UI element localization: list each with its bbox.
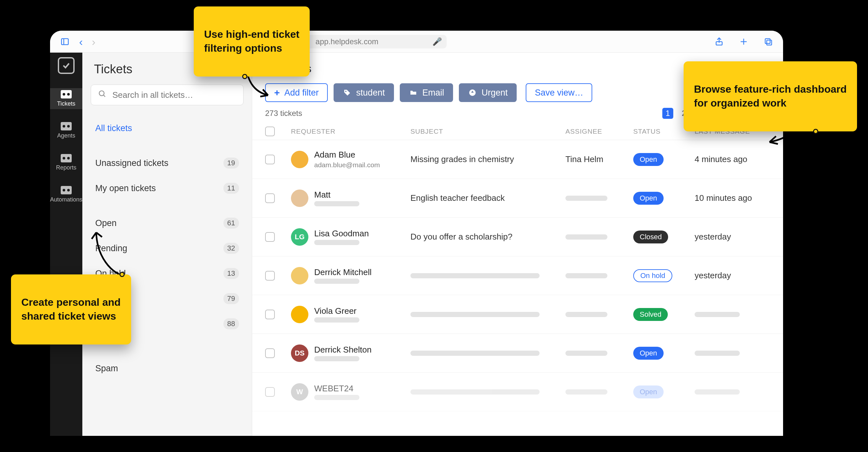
new-tab-icon[interactable] — [739, 36, 749, 47]
share-icon[interactable] — [714, 36, 724, 47]
browser-actions — [714, 36, 773, 47]
nav-forward-icon[interactable]: › — [92, 36, 95, 47]
subject-cell: Missing grades in chemistry — [410, 154, 562, 164]
app-logo-icon[interactable] — [58, 57, 74, 74]
requester-name: WEBET24 — [314, 384, 360, 393]
requester-cell: WWEBET24 — [291, 383, 407, 401]
table-row[interactable]: LGLisa GoodmanDo you offer a scholarship… — [252, 218, 783, 256]
status-badge: Solved — [633, 308, 668, 321]
last-message-cell — [694, 389, 766, 394]
placeholder-line — [314, 240, 360, 245]
nav-label: Tickets — [57, 100, 75, 107]
assignee-cell — [565, 273, 630, 278]
table-row[interactable]: MattEnglish teacher feedbackOpen10 minut… — [252, 179, 783, 218]
placeholder-line — [314, 395, 360, 400]
tabs-overview-icon[interactable] — [763, 36, 773, 47]
avatar — [291, 306, 308, 323]
callout-pin-icon — [242, 74, 247, 79]
chip-label: student — [356, 88, 385, 98]
sidebar-item-count: 61 — [223, 218, 239, 229]
mic-icon[interactable]: 🎤 — [432, 37, 442, 46]
ticket-count: 273 tickets — [265, 109, 302, 118]
sidebar-item-count: 19 — [223, 158, 239, 168]
placeholder-line — [694, 389, 740, 394]
save-view-button[interactable]: Save view… — [526, 83, 592, 102]
subject-cell — [410, 351, 562, 356]
nav-automations[interactable]: Automations — [50, 184, 82, 205]
requester-cell: Matt — [291, 190, 407, 207]
table-row[interactable]: Viola GreerSolved — [252, 295, 783, 334]
sidebar-item-my-open[interactable]: My open tickets 11 — [91, 175, 244, 201]
automations-icon — [61, 186, 72, 194]
search-box[interactable] — [91, 85, 244, 105]
callout-text: Use high-end ticket filtering options — [204, 28, 299, 54]
nav-back-icon[interactable]: ‹ — [79, 36, 83, 47]
sidebar-item-label: Spam — [95, 363, 118, 374]
table-row[interactable]: DSDerrick SheltonOpen — [252, 334, 783, 373]
subject-cell: Do you offer a scholarship? — [410, 232, 562, 242]
filter-chip-email[interactable]: Email — [400, 83, 454, 102]
requester-name: Matt — [314, 190, 360, 200]
row-checkbox[interactable] — [265, 348, 275, 358]
status-cell: Open — [633, 386, 691, 398]
filter-chip-student[interactable]: student — [334, 83, 394, 102]
status-badge: Open — [633, 386, 663, 398]
last-message-cell — [694, 312, 766, 317]
last-message-cell — [694, 351, 766, 356]
col-subject: SUBJECT — [410, 128, 562, 135]
row-checkbox[interactable] — [265, 271, 275, 281]
page-1[interactable]: 1 — [662, 108, 673, 119]
svg-point-7 — [99, 91, 104, 96]
status-cell: Solved — [633, 308, 691, 321]
placeholder-line — [314, 201, 360, 206]
select-all-checkbox[interactable] — [265, 127, 275, 136]
placeholder-line — [410, 351, 539, 356]
requester-name: Derrick Shelton — [314, 345, 372, 355]
placeholder-line — [314, 356, 360, 361]
svg-point-9 — [345, 91, 346, 92]
sidebar-item-spam[interactable]: Spam — [91, 356, 244, 381]
sidebar-item-count: 13 — [223, 268, 239, 279]
nav-reports[interactable]: Reports — [50, 152, 82, 173]
status-cell: Open — [633, 347, 691, 360]
row-checkbox[interactable] — [265, 155, 275, 164]
subject-cell — [410, 273, 562, 278]
last-message-cell: yesterday — [694, 232, 766, 242]
callout-views: Create personal and shared ticket views — [11, 275, 131, 345]
placeholder-line — [410, 389, 539, 394]
status-cell: On hold — [633, 269, 691, 282]
sidebar-toggle-icon[interactable] — [60, 36, 70, 47]
agents-icon — [61, 122, 72, 130]
status-badge: Closed — [633, 230, 668, 244]
subject-cell — [410, 312, 562, 317]
sidebar-item-count: 11 — [223, 183, 239, 194]
placeholder-line — [694, 312, 740, 317]
requester-cell: Adam Blueadam.blue@mail.com — [291, 150, 407, 169]
row-checkbox[interactable] — [265, 193, 275, 203]
svg-rect-0 — [62, 38, 68, 44]
svg-rect-6 — [767, 40, 771, 45]
arrow-icon — [90, 226, 135, 282]
table-body: Adam Blueadam.blue@mail.comMissing grade… — [252, 140, 783, 411]
filter-chip-urgent[interactable]: Urgent — [459, 83, 517, 102]
browser-window: ‹ › 🔒 app.helpdesk.com 🎤 — [50, 31, 783, 436]
nav-label: Agents — [57, 132, 75, 139]
nav-agents[interactable]: Agents — [50, 120, 82, 141]
nav-tickets[interactable]: Tickets — [50, 88, 82, 109]
sidebar-item-label: Unassigned tickets — [95, 158, 168, 168]
nav-rail: Tickets Agents Reports Automations — [50, 53, 82, 436]
row-checkbox[interactable] — [265, 310, 275, 319]
status-cell: Closed — [633, 230, 691, 244]
sidebar-item-unassigned[interactable]: Unassigned tickets 19 — [91, 151, 244, 175]
table-row[interactable]: Derrick MitchellOn holdyesterday — [252, 256, 783, 295]
folder-icon — [409, 88, 418, 97]
row-checkbox[interactable] — [265, 232, 275, 242]
row-checkbox[interactable] — [265, 387, 275, 397]
search-icon — [98, 90, 106, 100]
placeholder-line — [565, 273, 608, 278]
sidebar-item-all-tickets[interactable]: All tickets — [91, 116, 244, 141]
table-row[interactable]: Adam Blueadam.blue@mail.comMissing grade… — [252, 140, 783, 179]
table-row[interactable]: WWEBET24Open — [252, 373, 783, 411]
tag-icon — [343, 88, 352, 97]
search-input[interactable] — [113, 90, 236, 100]
